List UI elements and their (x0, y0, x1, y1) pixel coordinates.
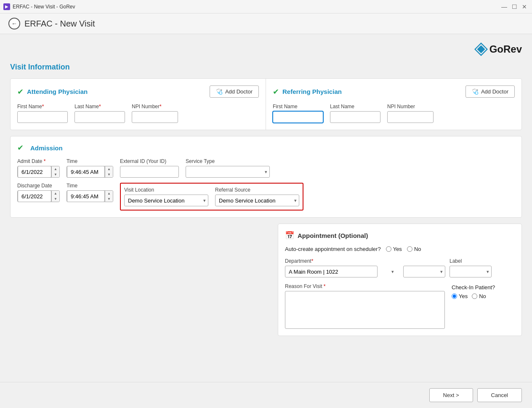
close-button[interactable]: ✕ (520, 3, 529, 11)
visit-location-select[interactable]: Demo Service Location (124, 195, 208, 206)
next-button[interactable]: Next > (429, 388, 473, 402)
referring-npi-label: NPI Number (387, 104, 434, 109)
gorev-logo-text: GoRev (489, 43, 522, 55)
attending-last-name-input[interactable] (74, 111, 125, 123)
service-type-label: Service Type (186, 158, 270, 164)
checkin-label: Check-In Patient? (452, 284, 515, 291)
discharge-date-down-button[interactable]: ▼ (52, 196, 59, 202)
discharge-time-input[interactable] (67, 190, 105, 202)
label-group-row: Label (403, 258, 515, 277)
referring-check-icon: ✔ (273, 87, 279, 96)
window-title: ERFAC - New Visit (24, 19, 95, 29)
admit-time-label: Time (66, 158, 113, 164)
discharge-time-up-button[interactable]: ▲ (105, 191, 113, 196)
checkin-group: Check-In Patient? Yes No (452, 283, 515, 299)
label-group: Label (450, 258, 492, 277)
referral-source-group: Referral Source Demo Service Location (215, 187, 299, 206)
referring-npi-group: NPI Number (387, 104, 434, 123)
physicians-card: ✔ Attending Physician 🩺 Add Doctor First… (10, 78, 522, 130)
admit-date-required: * (42, 158, 45, 164)
maximize-button[interactable]: ☐ (510, 3, 519, 11)
discharge-time-input-wrapper[interactable]: ▲ ▼ (66, 190, 113, 202)
admit-date-down-button[interactable]: ▼ (52, 172, 59, 177)
visit-information-title: Visit Information (10, 63, 522, 72)
label-select-wrapper2 (450, 266, 492, 277)
checkin-yes-option[interactable]: Yes (452, 293, 468, 299)
attending-first-name-group: First Name* (17, 104, 68, 123)
referring-add-doctor-button[interactable]: 🩺 Add Doctor (466, 85, 515, 98)
discharge-time-down-button[interactable]: ▼ (105, 196, 113, 202)
auto-create-yes-radio[interactable] (386, 246, 391, 252)
admit-date-input[interactable] (18, 166, 51, 178)
external-id-input[interactable] (120, 166, 179, 178)
admit-time-input[interactable] (67, 166, 105, 178)
logo-area: GoRev (10, 43, 522, 56)
department-group: Department* A Main Room | 1022 (285, 258, 396, 277)
checkin-no-option[interactable]: No (472, 293, 486, 299)
minimize-button[interactable]: — (500, 3, 508, 11)
attending-npi-input[interactable] (132, 111, 178, 123)
attending-add-doctor-button[interactable]: 🩺 Add Doctor (210, 85, 259, 98)
referring-physician-form: First Name Last Name NPI Number (273, 104, 515, 123)
titlebar-left: ▶ ERFAC - New Visit - GoRev (3, 3, 75, 10)
referring-npi-input[interactable] (387, 111, 434, 123)
gorev-diamond-icon (474, 43, 488, 56)
discharge-date-spinner: ▲ ▼ (51, 191, 59, 202)
discharge-date-up-button[interactable]: ▲ (52, 191, 59, 196)
discharge-date-input[interactable] (18, 190, 51, 202)
referring-physician-section: ✔ Referring Physician 🩺 Add Doctor First… (266, 79, 521, 130)
visit-location-label: Visit Location (124, 187, 208, 193)
discharge-time-label: Time (66, 183, 113, 189)
referring-stethoscope-icon: 🩺 (472, 88, 479, 95)
checkin-no-radio[interactable] (472, 293, 477, 299)
reason-textarea[interactable] (285, 291, 445, 329)
admit-date-group: Admit Date * ▲ ▼ (17, 158, 60, 178)
cancel-button[interactable]: Cancel (477, 388, 522, 402)
admit-date-spinner: ▲ ▼ (51, 166, 59, 177)
checkin-yes-radio[interactable] (452, 293, 457, 299)
department-label: Department* (285, 258, 396, 264)
admit-time-input-wrapper[interactable]: ▲ ▼ (66, 166, 113, 178)
visit-location-referral-section: Visit Location Demo Service Location Ref… (120, 183, 303, 211)
department-required: * (311, 258, 314, 264)
attending-first-name-required: * (42, 104, 44, 109)
admit-time-up-button[interactable]: ▲ (105, 166, 113, 172)
admit-date-label: Admit Date * (17, 158, 60, 164)
referral-source-select-wrapper: Demo Service Location (215, 195, 299, 206)
auto-create-no-radio[interactable] (407, 246, 412, 252)
referring-last-name-group: Last Name (330, 104, 380, 123)
auto-create-yes-option[interactable]: Yes (386, 246, 402, 252)
back-button[interactable]: ← (8, 18, 20, 29)
admit-date-up-button[interactable]: ▲ (52, 166, 59, 172)
reason-label: Reason For Visit * (285, 283, 445, 289)
titlebar-title: ERFAC - New Visit - GoRev (13, 4, 75, 10)
label-spacer (403, 258, 445, 264)
label-select2[interactable] (450, 266, 492, 277)
referring-physician-title: Referring Physician (282, 88, 342, 95)
discharge-date-group: Discharge Date ▲ ▼ (17, 183, 60, 211)
attending-add-doctor-label: Add Doctor (225, 88, 253, 95)
label-select1[interactable] (403, 266, 445, 277)
referring-last-name-input[interactable] (330, 111, 380, 123)
referral-source-select[interactable]: Demo Service Location (215, 195, 299, 206)
service-type-select[interactable] (186, 166, 270, 178)
auto-create-row: Auto-create appointment on scheduler? Ye… (285, 246, 515, 252)
department-select-wrapper: A Main Room | 1022 (285, 266, 396, 277)
admission-card: ✔ Admission Admit Date * ▲ ▼ Time (10, 136, 522, 218)
discharge-date-input-wrapper[interactable]: ▲ ▼ (17, 190, 60, 202)
service-type-group: Service Type (186, 158, 270, 178)
admit-date-input-wrapper[interactable]: ▲ ▼ (17, 166, 60, 178)
department-select[interactable]: A Main Room | 1022 (285, 266, 378, 277)
titlebar: ▶ ERFAC - New Visit - GoRev — ☐ ✕ (0, 0, 532, 13)
auto-create-label: Auto-create appointment on scheduler? (285, 246, 381, 252)
footer: Next > Cancel (0, 382, 532, 408)
service-type-select-wrapper (186, 166, 270, 178)
referring-first-name-input[interactable] (273, 111, 323, 123)
admit-time-down-button[interactable]: ▼ (105, 172, 113, 177)
referring-physician-header: ✔ Referring Physician 🩺 Add Doctor (273, 85, 515, 98)
reason-group: Reason For Visit * (285, 283, 445, 329)
content-area: GoRev Visit Information ✔ Attending Phys… (0, 34, 532, 382)
referring-add-doctor-label: Add Doctor (481, 88, 508, 95)
auto-create-no-option[interactable]: No (407, 246, 421, 252)
attending-first-name-input[interactable] (17, 111, 68, 123)
